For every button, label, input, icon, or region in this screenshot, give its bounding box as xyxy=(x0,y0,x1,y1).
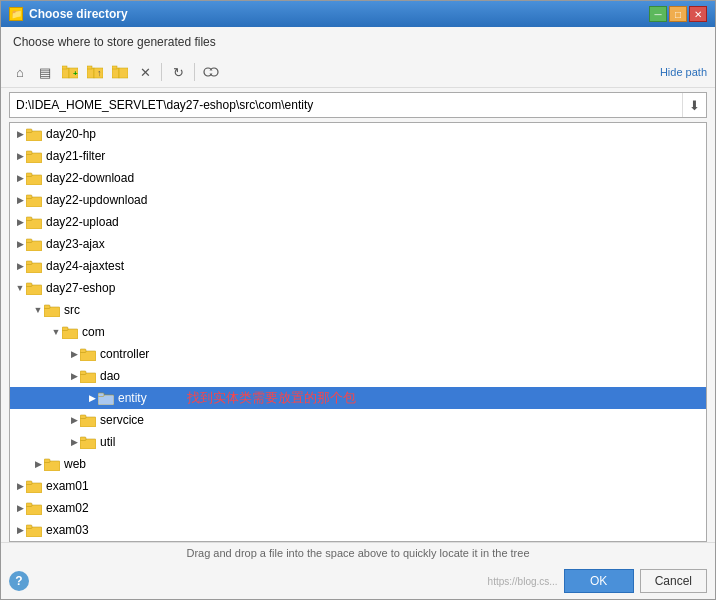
tree-expander[interactable]: ▼ xyxy=(32,304,44,316)
folder-icon xyxy=(26,172,42,185)
tree-item-label: day22-download xyxy=(46,171,134,185)
tree-expander[interactable]: ▶ xyxy=(68,436,80,448)
link-button[interactable] xyxy=(200,61,222,83)
tree-expander[interactable]: ▼ xyxy=(14,282,26,294)
svg-rect-17 xyxy=(26,151,32,155)
tree-item[interactable]: ▶ day22-upload xyxy=(10,211,706,233)
toolbar: ⌂ ▤ + ↑ xyxy=(1,57,715,88)
folder-icon xyxy=(80,370,96,383)
tree-item[interactable]: ▶ dao xyxy=(10,365,706,387)
toolbar-buttons: ⌂ ▤ + ↑ xyxy=(9,61,222,83)
maximize-button[interactable]: □ xyxy=(669,6,687,22)
help-button[interactable]: ? xyxy=(9,571,29,591)
window-icon: 📁 xyxy=(9,7,23,21)
svg-rect-49 xyxy=(26,503,32,507)
tree-item[interactable]: ▶ entity找到实体类需要放置的那个包 xyxy=(10,387,706,409)
svg-rect-35 xyxy=(80,349,86,353)
folder-up-button[interactable]: ↑ xyxy=(84,61,106,83)
close-button[interactable]: ✕ xyxy=(689,6,707,22)
tree-expander[interactable]: ▶ xyxy=(14,480,26,492)
svg-rect-33 xyxy=(62,327,68,331)
minimize-button[interactable]: ─ xyxy=(649,6,667,22)
svg-rect-25 xyxy=(26,239,32,243)
tree-item[interactable]: ▶ day20-hp xyxy=(10,123,706,145)
tree-expander[interactable]: ▶ xyxy=(14,172,26,184)
tree-item[interactable]: ▼ src xyxy=(10,299,706,321)
svg-rect-27 xyxy=(26,261,32,265)
home-button[interactable]: ⌂ xyxy=(9,61,31,83)
toolbar-separator-2 xyxy=(194,63,195,81)
folder-icon xyxy=(44,304,60,317)
tree-item-label: servcice xyxy=(100,413,144,427)
tree-item[interactable]: ▶ day22-updownload xyxy=(10,189,706,211)
storage-button[interactable]: ▤ xyxy=(34,61,56,83)
svg-rect-0 xyxy=(62,68,69,78)
tree-item[interactable]: ▶ day21-filter xyxy=(10,145,706,167)
tree-item-label: dao xyxy=(100,369,120,383)
svg-rect-43 xyxy=(80,437,86,441)
folder-icon xyxy=(26,150,42,163)
tree-item-label: day23-ajax xyxy=(46,237,105,251)
tree-item[interactable]: ▶ controller xyxy=(10,343,706,365)
svg-rect-13 xyxy=(208,71,214,74)
tree-expander[interactable]: ▶ xyxy=(32,458,44,470)
tree-item[interactable]: ▶ web xyxy=(10,453,706,475)
tree-item[interactable]: ▶ exam01 xyxy=(10,475,706,497)
svg-rect-45 xyxy=(44,459,50,463)
svg-rect-9 xyxy=(112,66,117,69)
tree-item-label: exam02 xyxy=(46,501,89,515)
tree-item[interactable]: ▼ day27-eshop xyxy=(10,277,706,299)
tree-item[interactable]: ▶ exam02 xyxy=(10,497,706,519)
cancel-button[interactable]: Cancel xyxy=(640,569,707,593)
path-input[interactable] xyxy=(10,95,682,115)
folder-icon xyxy=(26,260,42,273)
tree-item[interactable]: ▶ day23-ajax xyxy=(10,233,706,255)
tree-item-label: exam03 xyxy=(46,523,89,537)
tree-item-label: util xyxy=(100,435,115,449)
hide-path-button[interactable]: Hide path xyxy=(660,66,707,78)
tree-item-label: src xyxy=(64,303,80,317)
tree-item[interactable]: ▶ exam03 xyxy=(10,519,706,541)
tree-expander[interactable]: ▶ xyxy=(14,260,26,272)
tree-expander[interactable]: ▶ xyxy=(14,150,26,162)
refresh-button[interactable]: ↻ xyxy=(167,61,189,83)
svg-rect-10 xyxy=(119,68,128,78)
svg-rect-8 xyxy=(112,68,119,78)
tree-expander[interactable]: ▶ xyxy=(68,348,80,360)
tree-expander[interactable]: ▼ xyxy=(50,326,62,338)
tree-expander[interactable]: ▶ xyxy=(14,216,26,228)
tree-expander[interactable]: ▶ xyxy=(86,392,98,404)
folder-new-button[interactable]: + xyxy=(59,61,81,83)
path-bar: ⬇ xyxy=(9,92,707,118)
tree-expander[interactable]: ▶ xyxy=(14,128,26,140)
path-download-button[interactable]: ⬇ xyxy=(682,93,706,117)
tree-expander[interactable]: ▶ xyxy=(68,370,80,382)
directory-tree[interactable]: ▶ day20-hp▶ day21-filter▶ day22-download… xyxy=(9,122,707,542)
tree-item-label: web xyxy=(64,457,86,471)
ok-button[interactable]: OK xyxy=(564,569,634,593)
folder-icon xyxy=(26,282,42,295)
tree-item[interactable]: ▶ util xyxy=(10,431,706,453)
tree-expander[interactable]: ▶ xyxy=(14,524,26,536)
folder-action-button[interactable] xyxy=(109,61,131,83)
svg-text:↑: ↑ xyxy=(97,68,102,78)
svg-rect-37 xyxy=(80,371,86,375)
delete-button[interactable]: ✕ xyxy=(134,61,156,83)
tree-item[interactable]: ▶ servcice xyxy=(10,409,706,431)
tree-expander[interactable]: ▶ xyxy=(14,238,26,250)
folder-icon xyxy=(26,194,42,207)
svg-rect-5 xyxy=(87,66,92,69)
svg-rect-15 xyxy=(26,129,32,133)
tree-item[interactable]: ▼ com xyxy=(10,321,706,343)
tree-item[interactable]: ▶ day24-ajaxtest xyxy=(10,255,706,277)
tree-expander[interactable]: ▶ xyxy=(68,414,80,426)
folder-icon xyxy=(26,128,42,141)
tree-item-label: controller xyxy=(100,347,149,361)
folder-icon xyxy=(80,436,96,449)
tree-expander[interactable]: ▶ xyxy=(14,194,26,206)
folder-icon xyxy=(80,414,96,427)
tree-item[interactable]: ▶ day22-download xyxy=(10,167,706,189)
toolbar-separator xyxy=(161,63,162,81)
tree-expander[interactable]: ▶ xyxy=(14,502,26,514)
choose-directory-dialog: 📁 Choose directory ─ □ ✕ Choose where to… xyxy=(0,0,716,600)
